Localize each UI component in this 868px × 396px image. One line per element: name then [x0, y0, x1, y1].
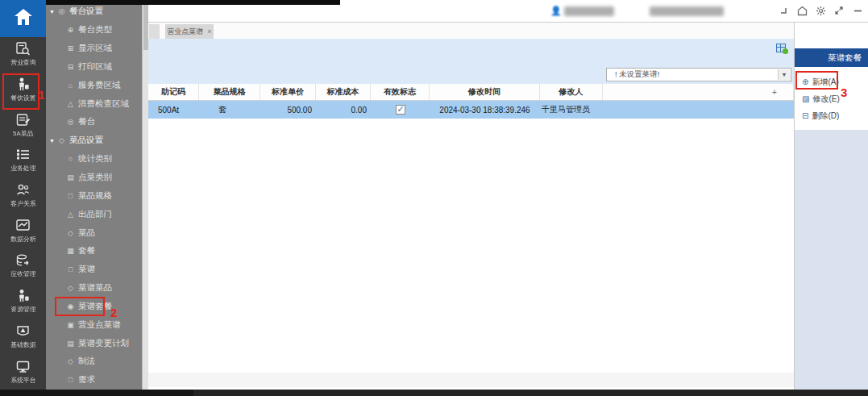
menu-item-print-area[interactable]: ⊟打印区域 — [46, 58, 142, 77]
menu-item-menu[interactable]: □菜谱 — [46, 261, 142, 279]
col-header-modified-time[interactable]: 修改时间 — [430, 84, 540, 100]
menu-item-cooking-method[interactable]: ◇制法 — [46, 352, 142, 371]
sidebar-item-label: 系统平台 — [10, 376, 35, 385]
menu-item-table-type[interactable]: ⊕餐台类型 — [46, 21, 142, 40]
delete-button[interactable]: ⊟删除(D) — [795, 107, 868, 124]
menu-group-dish-settings[interactable]: ▼◇菜品设置 — [46, 131, 142, 150]
menu-item-production-dept[interactable]: △出品部门 — [46, 205, 142, 223]
menu-item-display-area[interactable]: ⊞显示区域 — [46, 40, 142, 58]
menu-item-label: 菜品规格 — [78, 190, 112, 202]
menu-item-label: 营业点菜谱 — [78, 319, 121, 331]
column-options-button[interactable]: + — [769, 86, 780, 98]
tab-close-icon[interactable]: × — [207, 27, 211, 35]
collapsed-tab[interactable] — [149, 24, 160, 39]
menu-group-table-settings[interactable]: ▼◎餐台设置 — [46, 2, 142, 21]
app-sidebar: 营业查询 餐饮设置 5A菜品 业务处理 客户关系 数据分析 应收 — [0, 0, 46, 390]
sidebar-item-customer-relations[interactable]: 客户关系 — [0, 178, 46, 214]
annotation-number-3: 3 — [841, 85, 847, 99]
col-header-price[interactable]: 标准单价 — [260, 84, 316, 100]
analytics-icon — [15, 218, 31, 233]
sidebar-item-label: 资源管理 — [10, 306, 35, 315]
document-tabbar: 营业点菜谱 × — [148, 23, 794, 39]
actions-panel: 菜谱套餐 ⊕新增(A) ▨修改(E) ⊟删除(D) — [794, 23, 868, 390]
menu-item-label: 菜谱变更计划 — [78, 338, 129, 349]
menu-item-menu-change-plan[interactable]: ▤菜谱变更计划 — [46, 334, 142, 352]
sidebar-item-business-processing[interactable]: 业务处理 — [0, 143, 46, 178]
sidebar-item-home[interactable] — [0, 0, 46, 37]
menu-item-service-fee-area[interactable]: ⌂服务费区域 — [46, 76, 142, 94]
edit-button[interactable]: ▨修改(E) — [795, 90, 868, 107]
menu-item-label: 菜品设置 — [69, 135, 103, 146]
base-data-icon — [15, 323, 31, 339]
menu-item-label: 出品部门 — [78, 209, 112, 220]
expander-icon: ▼ — [49, 138, 56, 144]
fullscreen-icon[interactable] — [833, 5, 845, 16]
menu-scrollbar[interactable] — [142, 0, 148, 390]
gear-icon[interactable] — [815, 5, 826, 16]
menu-item-icon: ◇ — [65, 284, 76, 292]
sidebar-item-label: 餐饮设置 — [10, 94, 35, 103]
sidebar-item-resource-management[interactable]: 资源管理 — [0, 284, 46, 319]
menu-item-icon: ○ — [65, 155, 76, 163]
sidebar-item-label: 5A菜品 — [13, 129, 33, 138]
col-header-mnemonic[interactable]: 助记码 — [148, 84, 199, 100]
taskbar-segment — [193, 390, 868, 396]
col-header-valid[interactable]: 有效标志 — [371, 84, 430, 100]
delete-button-label: 删除(D) — [812, 110, 839, 122]
sidebar-item-5a-dishes[interactable]: 5A菜品 — [0, 107, 46, 143]
menu-item-dish-spec[interactable]: □菜品规格 — [46, 186, 142, 205]
minimize-icon[interactable] — [852, 5, 863, 16]
col-header-cost[interactable]: 标准成本 — [316, 84, 371, 100]
menu-item-dish[interactable]: ◇菜品 — [46, 223, 142, 242]
menu-item-icon: □ — [65, 376, 76, 384]
expander-icon: ▼ — [49, 9, 56, 15]
col-header-spec[interactable]: 菜品规格 — [199, 84, 260, 100]
sidebar-item-base-data[interactable]: 基础数据 — [0, 319, 46, 355]
menu-item-order-category[interactable]: ▤点菜类别 — [46, 169, 142, 187]
dropdown-value: ! 未设置菜谱! — [615, 69, 659, 80]
menu-item-icon: ◇ — [56, 136, 67, 144]
col-header-modified-by[interactable]: 修改人 — [540, 84, 603, 100]
menu-item-label: 统计类别 — [78, 153, 112, 165]
menu-item-demand[interactable]: □需求 — [46, 371, 142, 390]
sidebar-item-receivables[interactable]: 应收管理 — [0, 248, 46, 284]
user-icon: 👤 — [550, 6, 559, 16]
menu-item-label: 点菜类别 — [78, 172, 112, 183]
menu-item-icon: ⊟ — [65, 63, 76, 71]
sidebar-item-data-analysis[interactable]: 数据分析 — [0, 213, 46, 248]
redacted-store-info — [650, 6, 724, 16]
menu-item-consumption-check-area[interactable]: △消费检查区域 — [46, 94, 142, 113]
cell-cost: 0.00 — [316, 101, 371, 119]
scrollbar-thumb[interactable] — [143, 2, 148, 50]
menu-item-icon: ▦ — [65, 247, 76, 255]
panel-background — [795, 130, 868, 390]
home-shield-icon[interactable] — [796, 5, 808, 16]
menu-item-icon: ◎ — [65, 118, 76, 126]
cell-mnemonic: 500At — [148, 101, 199, 119]
sidebar-item-system-platform[interactable]: 系统平台 — [0, 354, 46, 390]
edit-icon: ▨ — [802, 94, 809, 103]
table-row-selected[interactable]: 500At 套 500.00 0.00 2024-03-30 18:38:39.… — [148, 101, 794, 119]
receivables-icon — [15, 252, 31, 268]
redacted-user-info — [564, 6, 614, 16]
add-button[interactable]: ⊕新增(A) — [795, 73, 868, 90]
sidebar-item-business-query[interactable]: 营业查询 — [0, 37, 46, 73]
tab-business-point-menu[interactable]: 营业点菜谱 × — [165, 24, 214, 39]
dish-doc-icon — [15, 112, 31, 127]
resize-corner-icon[interactable] — [778, 5, 789, 16]
menu-item-icon: ▤ — [65, 173, 76, 181]
menu-item-set-meal[interactable]: ▦套餐 — [46, 242, 142, 261]
menu-item-menu-dish[interactable]: ◇菜谱菜品 — [46, 279, 142, 298]
menu-item-stat-category[interactable]: ○统计类别 — [46, 150, 142, 169]
valid-checkbox[interactable] — [396, 105, 405, 115]
menu-item-menu-set-meal[interactable]: ◉菜谱套餐 — [46, 298, 142, 316]
menu-item-table[interactable]: ◎餐台 — [46, 113, 142, 131]
sidebar-item-label: 客户关系 — [10, 200, 35, 209]
menu-filter-dropdown[interactable]: ! 未设置菜谱! ▼ — [606, 68, 791, 81]
export-excel-icon[interactable] — [776, 44, 788, 54]
customers-icon — [15, 182, 31, 198]
panel-actions: ⊕新增(A) ▨修改(E) ⊟删除(D) — [795, 67, 868, 130]
menu-item-business-point-menu[interactable]: ▣营业点菜谱 — [46, 315, 142, 334]
chevron-down-icon[interactable]: ▼ — [778, 69, 790, 80]
menu-item-label: 餐台 — [78, 116, 95, 127]
